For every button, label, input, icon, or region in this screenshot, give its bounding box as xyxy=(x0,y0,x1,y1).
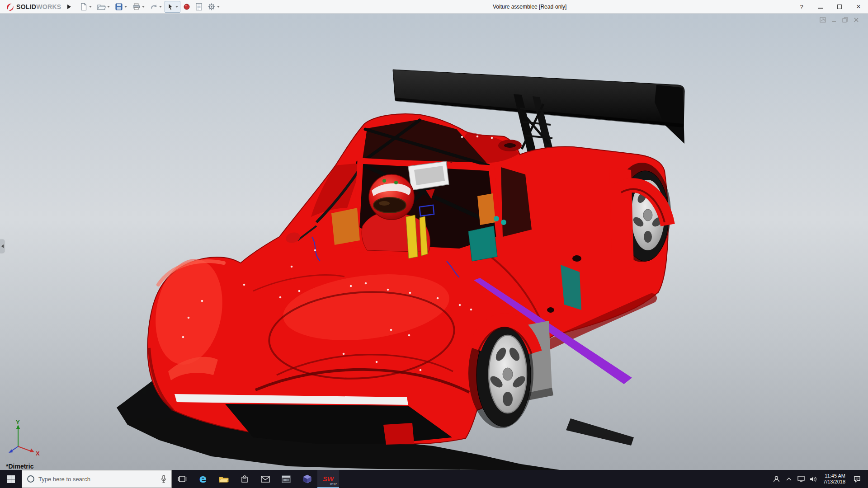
doc-float-icon[interactable] xyxy=(820,17,826,23)
taskbar-file-explorer-button[interactable] xyxy=(213,470,234,488)
start-button[interactable] xyxy=(0,470,22,488)
save-dropdown-caret[interactable] xyxy=(124,6,127,8)
windows-logo-icon xyxy=(7,475,15,483)
store-bag-icon xyxy=(241,475,249,483)
undo-button[interactable] xyxy=(147,1,164,12)
minimize-button[interactable] xyxy=(811,0,830,14)
options-dropdown-caret[interactable] xyxy=(217,6,220,8)
new-document-button[interactable] xyxy=(77,1,94,13)
3d-model-scene[interactable] xyxy=(0,14,868,470)
solidworks-app-icon: SW xyxy=(323,475,334,483)
cortana-icon xyxy=(27,475,35,483)
action-center-icon xyxy=(854,476,861,483)
undo-dropdown-caret[interactable] xyxy=(159,6,162,8)
select-cursor-icon xyxy=(167,3,174,11)
save-button[interactable] xyxy=(113,1,129,13)
quick-access-toolbar xyxy=(77,1,222,13)
help-button[interactable]: ? xyxy=(792,0,811,14)
solidworks-window: SOLIDWORKS xyxy=(0,0,868,488)
document-title: Voiture assemblee [Read-only] xyxy=(493,0,566,14)
minimize-icon xyxy=(818,8,823,9)
task-view-button[interactable] xyxy=(172,470,193,488)
rebuild-icon xyxy=(183,3,190,10)
window-controls: ? × xyxy=(792,0,868,14)
undo-icon xyxy=(150,3,158,10)
triad-y-label: Y xyxy=(16,420,20,426)
taskbar-cad-cube-button[interactable] xyxy=(297,470,317,488)
chevron-up-icon xyxy=(786,477,792,481)
titlebar: SOLIDWORKS xyxy=(0,0,868,14)
view-orientation-label: *Dimetric xyxy=(6,463,33,470)
taskbar-mail-button[interactable] xyxy=(255,470,276,488)
front-right-wheel[interactable] xyxy=(468,318,535,428)
new-document-dropdown-caret[interactable] xyxy=(89,6,92,8)
taskbar-pinned-window-button[interactable] xyxy=(276,470,297,488)
tray-user-button[interactable] xyxy=(770,470,783,488)
new-document-icon xyxy=(80,3,88,11)
user-icon xyxy=(773,476,780,483)
microphone-icon[interactable] xyxy=(160,475,167,483)
solidworks-logo: SOLIDWORKS xyxy=(0,2,63,12)
doc-restore-icon[interactable] xyxy=(842,17,848,23)
menu-expand-arrow-icon[interactable] xyxy=(67,5,71,9)
save-icon xyxy=(115,3,123,11)
solidworks-app-year: 2017 xyxy=(330,483,337,486)
tray-hidden-icons-button[interactable] xyxy=(783,470,795,488)
print-button[interactable] xyxy=(130,1,147,13)
open-button[interactable] xyxy=(94,1,112,13)
file-explorer-icon xyxy=(219,475,229,483)
print-icon xyxy=(132,3,141,11)
show-desktop-button[interactable] xyxy=(865,470,868,488)
system-tray: 11:45 AM 7/13/2018 xyxy=(770,470,868,488)
close-button[interactable]: × xyxy=(849,0,868,14)
triad-x-label: X xyxy=(36,450,40,457)
clock-time: 11:45 AM xyxy=(825,473,845,479)
doc-minimize-icon[interactable] xyxy=(831,17,837,23)
tray-network-button[interactable] xyxy=(795,470,807,488)
edge-icon: e xyxy=(199,474,207,484)
taskbar-search[interactable] xyxy=(22,470,172,488)
file-properties-button[interactable] xyxy=(193,1,205,13)
taskbar-edge-button[interactable]: e xyxy=(193,470,213,488)
logo-light: WORKS xyxy=(36,3,61,10)
print-dropdown-caret[interactable] xyxy=(142,6,145,8)
select-tool-button[interactable] xyxy=(165,1,180,13)
open-folder-icon xyxy=(97,3,106,11)
maximize-button[interactable] xyxy=(830,0,849,14)
network-icon xyxy=(797,476,805,482)
taskbar-store-button[interactable] xyxy=(234,470,255,488)
app-window-icon xyxy=(282,475,291,483)
select-dropdown-caret[interactable] xyxy=(175,6,178,8)
open-dropdown-caret[interactable] xyxy=(107,6,110,8)
cube-app-icon xyxy=(303,474,311,483)
solidworks-logo-icon xyxy=(5,2,14,12)
windows-taskbar: e SW 2017 xyxy=(0,470,868,488)
orientation-triad[interactable]: Y X xyxy=(3,420,43,458)
options-button[interactable] xyxy=(205,1,222,13)
mail-envelope-icon xyxy=(261,476,270,483)
taskbar-solidworks-button[interactable]: SW 2017 xyxy=(317,470,339,488)
file-properties-icon xyxy=(195,3,203,11)
helmet-visor xyxy=(373,197,406,213)
rebuild-button[interactable] xyxy=(181,1,193,12)
graphics-area[interactable]: Y X *Dimetric xyxy=(0,14,868,470)
feature-tree-collapse-handle[interactable] xyxy=(0,239,5,253)
logo-bold: SOLID xyxy=(16,3,36,10)
task-view-icon xyxy=(178,475,187,483)
action-center-button[interactable] xyxy=(849,470,865,488)
clock-date: 7/13/2018 xyxy=(823,479,845,485)
solidworks-logo-text: SOLIDWORKS xyxy=(16,3,61,10)
gear-icon xyxy=(208,3,216,11)
doc-close-icon[interactable] xyxy=(854,17,859,23)
document-window-controls xyxy=(820,17,859,23)
taskbar-clock[interactable]: 11:45 AM 7/13/2018 xyxy=(819,473,849,485)
volume-icon xyxy=(810,476,817,482)
search-input[interactable] xyxy=(38,476,157,483)
tray-volume-button[interactable] xyxy=(807,470,819,488)
maximize-icon xyxy=(837,5,842,9)
